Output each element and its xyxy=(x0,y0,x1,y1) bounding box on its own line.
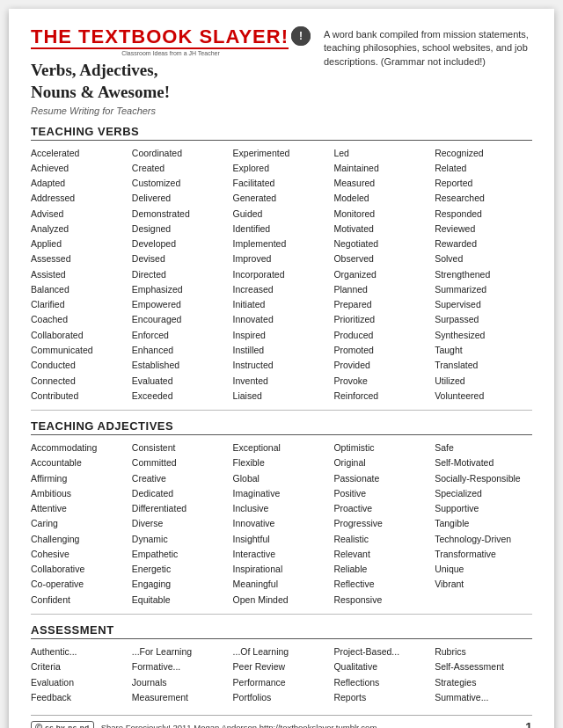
list-item: Researched xyxy=(435,191,532,205)
list-item: Reflective xyxy=(333,577,431,591)
list-item: Creative xyxy=(132,471,230,485)
list-item: Strengthened xyxy=(435,267,532,281)
list-item: Rewarded xyxy=(435,237,532,251)
list-item: Realistic xyxy=(333,532,431,546)
list-item: Accelerated xyxy=(31,146,128,160)
list-item: Maintained xyxy=(333,161,431,175)
list-item: Guided xyxy=(233,207,331,221)
list-item: Conducted xyxy=(31,358,128,372)
list-item: Rubrics xyxy=(435,644,532,659)
list-item: Specialized xyxy=(435,486,532,500)
list-item: Prioritized xyxy=(333,312,431,326)
list-item: Coordinated xyxy=(132,146,230,160)
list-item: Feedback xyxy=(31,690,128,704)
list-item: Generated xyxy=(233,191,331,205)
list-item: Adapted xyxy=(31,176,128,190)
list-item: Established xyxy=(132,358,230,372)
list-item: Synthesized xyxy=(435,328,532,342)
list-item: Liaised xyxy=(233,389,331,403)
list-item: Accountable xyxy=(31,455,128,470)
list-item: Authentic... xyxy=(31,644,128,659)
list-item: Addressed xyxy=(31,191,128,205)
logo-subtitle: Classroom Ideas from a JH Teacher xyxy=(31,50,311,56)
list-item: Related xyxy=(435,161,532,175)
list-item: Inclusive xyxy=(233,501,331,515)
list-item: Coached xyxy=(31,312,128,326)
list-item: Performance xyxy=(233,675,331,689)
list-item: Open Minded xyxy=(233,593,331,607)
list-item: Summative... xyxy=(435,690,532,704)
section-heading-0: TEACHING VERBS xyxy=(31,125,532,141)
list-item: Instilled xyxy=(233,343,331,357)
list-item: Relevant xyxy=(333,547,431,561)
list-item: Identified xyxy=(233,222,331,236)
list-item: Consistent xyxy=(132,440,230,455)
header: THE TEXTBOOK SLAYER! ! Classroom Ideas f… xyxy=(31,26,532,116)
footer-page-number: 1 xyxy=(525,720,532,728)
list-item: Connected xyxy=(31,374,128,388)
svg-text:!: ! xyxy=(299,30,303,42)
list-item: Qualitative xyxy=(333,659,431,673)
word-grid-0: AcceleratedCoordinatedExperimentedLedRec… xyxy=(31,146,532,404)
list-item: Challenging xyxy=(31,532,128,546)
list-item: Measured xyxy=(333,176,431,190)
list-item: Explored xyxy=(233,161,331,175)
list-item: Prepared xyxy=(333,297,431,311)
list-item: Responded xyxy=(435,207,532,221)
list-item: Attentive xyxy=(31,501,128,515)
list-item: Analyzed xyxy=(31,222,128,236)
list-item: Negotiated xyxy=(333,237,431,251)
list-item: Directed xyxy=(132,267,230,281)
list-item: Led xyxy=(333,146,431,160)
list-item: Clarified xyxy=(31,297,128,311)
cc-text: cc by-nc-nd xyxy=(45,724,89,728)
list-item: Reflections xyxy=(333,675,431,689)
list-item: Assessed xyxy=(31,251,128,266)
list-item: Translated xyxy=(435,358,532,372)
list-item: Original xyxy=(333,455,431,470)
list-item: Dynamic xyxy=(132,532,230,546)
list-item: Provoke xyxy=(333,374,431,388)
list-item: Dedicated xyxy=(132,486,230,500)
list-item: Enforced xyxy=(132,328,230,342)
list-item: Initiated xyxy=(233,297,331,311)
list-item: Organized xyxy=(333,267,431,281)
list-item: Applied xyxy=(31,237,128,251)
word-grid-1: AccommodatingConsistentExceptionalOptimi… xyxy=(31,440,532,607)
list-item: Facilitated xyxy=(233,176,331,190)
list-item: Exceeded xyxy=(132,389,230,403)
list-item: Progressive xyxy=(333,516,431,530)
section-heading-1: TEACHING ADJECTIVES xyxy=(31,419,532,435)
list-item: Passionate xyxy=(333,471,431,485)
list-item: Strategies xyxy=(435,675,532,689)
list-item: Affirming xyxy=(31,471,128,485)
list-item: Formative... xyxy=(132,659,230,673)
list-item: Proactive xyxy=(333,501,431,515)
list-item: Portfolios xyxy=(233,690,331,704)
list-item: Developed xyxy=(132,237,230,251)
sub-title: Resume Writing for Teachers xyxy=(31,106,311,116)
list-item: Reported xyxy=(435,176,532,190)
list-item: Observed xyxy=(333,251,431,266)
list-item: Customized xyxy=(132,176,230,190)
list-item: Insightful xyxy=(233,532,331,546)
list-item: Experimented xyxy=(233,146,331,160)
list-item: Advised xyxy=(31,207,128,221)
list-item: Achieved xyxy=(31,161,128,175)
section-divider xyxy=(31,614,532,615)
list-item: Reports xyxy=(333,690,431,704)
list-item: Measurement xyxy=(132,690,230,704)
list-item: Vibrant xyxy=(435,577,532,591)
list-item: Innovative xyxy=(233,516,331,530)
list-item: Produced xyxy=(333,328,431,342)
logo-icon: ! xyxy=(291,26,311,46)
list-item: Reviewed xyxy=(435,222,532,236)
main-title: Verbs, Adjectives, Nouns & Awesome! xyxy=(31,60,311,103)
list-item: Enhanced xyxy=(132,343,230,357)
list-item: Modeled xyxy=(333,191,431,205)
list-item: Increased xyxy=(233,282,331,296)
list-item: Positive xyxy=(333,486,431,500)
list-item: Supervised xyxy=(435,297,532,311)
list-item: Invented xyxy=(233,374,331,388)
list-item: Reliable xyxy=(333,562,431,576)
